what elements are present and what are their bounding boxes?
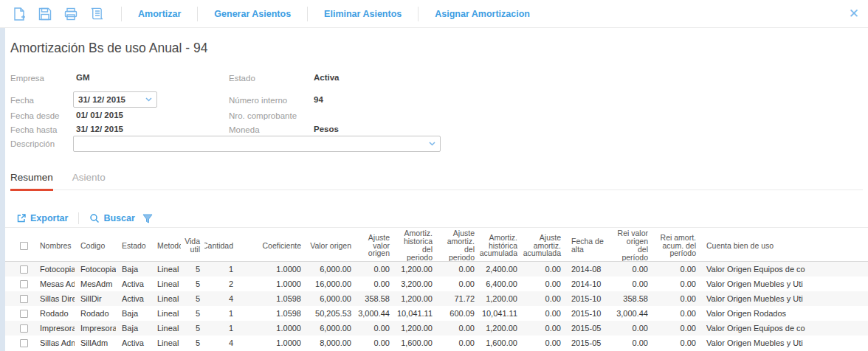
table-cell: Fotocopiado xyxy=(75,262,116,277)
column-header[interactable]: Ajuste valor origen xyxy=(356,230,394,261)
table-cell: 2015-05 xyxy=(565,321,613,336)
column-header-label: Valor origen xyxy=(310,242,351,250)
column-header[interactable]: Nombres xyxy=(34,230,75,261)
new-document-icon[interactable] xyxy=(10,5,28,23)
column-header[interactable]: Rei valor origen del período xyxy=(613,230,652,261)
export-button[interactable]: Exportar xyxy=(16,213,68,223)
row-checkbox[interactable] xyxy=(20,324,28,333)
table-cell: 1,200.00 xyxy=(479,321,522,336)
table-cell: SillDir xyxy=(75,291,116,306)
active-tab-underline xyxy=(10,189,53,191)
column-header[interactable]: Fecha de alta xyxy=(565,230,613,261)
save-icon[interactable] xyxy=(36,5,54,23)
table-cell: 4 xyxy=(204,336,238,350)
table-row[interactable]: FotocopiadoFotocopiadoBajaLineal511.0000… xyxy=(5,262,868,277)
table-cell: 1.0000 xyxy=(238,336,306,350)
row-checkbox[interactable] xyxy=(20,295,28,303)
table-cell: 3,200.00 xyxy=(394,277,437,291)
column-header[interactable]: Rei amort. acum. del período xyxy=(652,230,700,261)
descripcion-input[interactable] xyxy=(73,136,441,152)
column-header[interactable]: Amortiz. histórica acumulada xyxy=(479,230,522,261)
table-cell: 1.0000 xyxy=(238,321,306,336)
table-cell: 6,000.00 xyxy=(306,321,356,336)
select-all-checkbox[interactable] xyxy=(20,242,28,250)
table-cell: 10,041.11 xyxy=(479,306,522,321)
table-cell: 0.00 xyxy=(613,262,652,277)
row-checkbox[interactable] xyxy=(20,310,28,318)
column-header-label: Ajuste amortiz. del periodo xyxy=(438,230,475,261)
moneda-label: Moneda xyxy=(229,125,260,134)
empresa-value: GM xyxy=(76,73,90,82)
row-checkbox[interactable] xyxy=(20,339,28,347)
table-cell: Mesas Admi xyxy=(34,277,75,291)
search-icon xyxy=(89,213,100,223)
generar-asientos-button[interactable]: Generar Asientos xyxy=(205,9,300,19)
column-header[interactable]: Cuenta bien de uso xyxy=(700,230,868,261)
fecha-input[interactable]: 31/ 12/ 2015 xyxy=(73,91,157,108)
table-cell: 10,041.11 xyxy=(394,306,437,321)
column-header[interactable]: Coeficiente xyxy=(238,230,306,261)
table-cell: 2015-05 xyxy=(565,336,613,350)
table-cell: 2,400.00 xyxy=(479,262,522,277)
filter-icon[interactable] xyxy=(142,214,153,223)
column-header[interactable]: Estado xyxy=(116,230,151,261)
table-cell: Impresora xyxy=(34,321,75,336)
table-cell: 6,000.00 xyxy=(306,291,356,306)
row-checkbox[interactable] xyxy=(20,265,28,274)
column-header[interactable]: Codigo xyxy=(75,230,116,261)
column-header[interactable]: Cantidad xyxy=(204,230,238,261)
column-header-label: Coeficiente xyxy=(262,242,301,250)
table-cell: 1 xyxy=(204,262,238,277)
table-cell: 0.00 xyxy=(356,321,394,336)
table-row[interactable]: Mesas AdmiMesAdmActivaLineal521.000016,0… xyxy=(5,277,868,291)
close-icon[interactable]: ✕ xyxy=(849,7,859,20)
column-header-label: Ajuste valor origen xyxy=(357,234,390,257)
table-cell: 358.58 xyxy=(356,291,394,306)
search-button[interactable]: Buscar xyxy=(89,213,134,223)
chevron-down-icon[interactable] xyxy=(145,97,152,102)
table-cell: 0.00 xyxy=(356,336,394,350)
table-row[interactable]: Sillas AdminSillAdmActivaLineal541.00008… xyxy=(5,336,868,350)
table-cell: 0.00 xyxy=(437,336,479,350)
eliminar-asientos-button[interactable]: Eliminar Asientos xyxy=(315,9,410,19)
table-cell: 1.0598 xyxy=(238,306,306,321)
chevron-down-icon[interactable] xyxy=(429,142,435,146)
table-cell: 0.00 xyxy=(437,262,479,277)
column-header-label: Cuenta bien de uso xyxy=(706,242,774,250)
column-header[interactable]: Metodo xyxy=(151,230,181,261)
table-cell: 6,000.00 xyxy=(306,262,356,277)
column-header[interactable]: Ajuste amortiz. acumulada xyxy=(522,230,565,261)
table-cell: 0.00 xyxy=(652,336,700,350)
table-cell: 71.72 xyxy=(437,291,479,306)
amortizar-button[interactable]: Amortizar xyxy=(129,9,190,19)
amortization-window: Amortizar Generar Asientos Eliminar Asie… xyxy=(0,0,868,351)
row-checkbox[interactable] xyxy=(20,280,28,288)
tab-resumen[interactable]: Resumen xyxy=(10,172,53,190)
table-row[interactable]: Sillas DirectSillDirActivaLineal541.0598… xyxy=(5,291,868,306)
empresa-label: Empresa xyxy=(10,74,44,83)
column-header[interactable]: Ajuste amortiz. del periodo xyxy=(437,230,479,261)
tab-asiento[interactable]: Asiento xyxy=(72,172,106,190)
table-cell: Lineal xyxy=(151,306,181,321)
column-header[interactable]: Vida util xyxy=(181,230,204,261)
asignar-amortizacion-button[interactable]: Asignar Amortizacion xyxy=(426,9,539,19)
table-cell: Activa xyxy=(116,277,151,291)
row-select-cell xyxy=(5,277,34,291)
print-icon[interactable] xyxy=(62,5,80,23)
column-header-label: Cantidad xyxy=(204,242,233,250)
journal-icon[interactable] xyxy=(88,5,106,23)
table-row[interactable]: RodadoRodadoBajaLineal511.059850,205.533… xyxy=(5,306,868,321)
table-row[interactable]: ImpresoraImpresoraBajaLineal511.00006,00… xyxy=(5,321,868,336)
table-cell: 5 xyxy=(181,262,204,277)
row-select-cell xyxy=(5,321,34,336)
column-header[interactable]: Valor origen xyxy=(306,230,356,261)
table-cell: 5 xyxy=(181,306,204,321)
table-cell: 3,000.44 xyxy=(356,306,394,321)
table-cell: Sillas Direct xyxy=(34,291,75,306)
table-cell: Lineal xyxy=(151,321,181,336)
table-cell: Baja xyxy=(116,262,151,277)
table-cell: 3,000.44 xyxy=(613,306,652,321)
column-header[interactable]: Amortiz. historica del periodo xyxy=(394,230,437,261)
fecha-desde-label: Fecha desde xyxy=(10,111,60,120)
table-cell: 0.00 xyxy=(652,321,700,336)
